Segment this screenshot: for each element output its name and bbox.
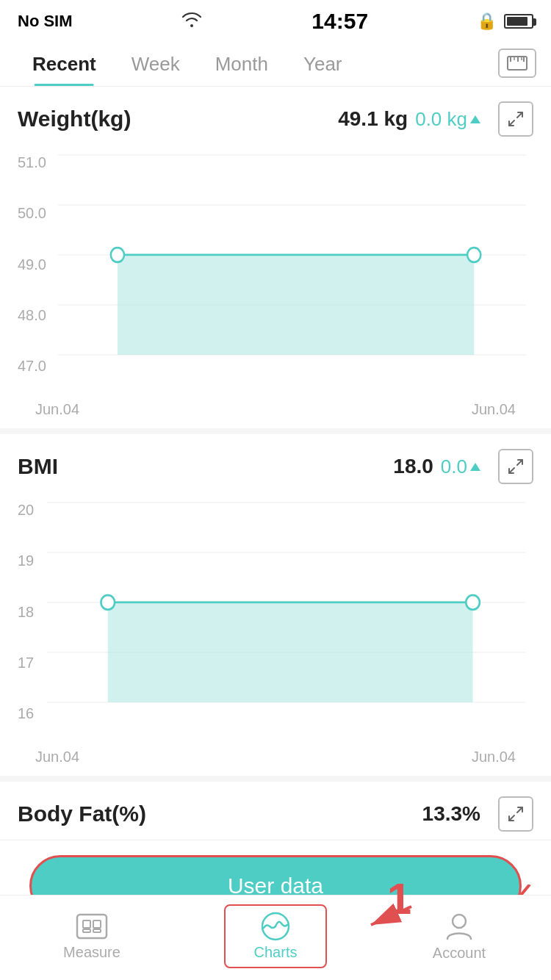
svg-point-15 [111, 248, 124, 262]
bmi-title: BMI [18, 454, 58, 479]
status-bar: No SIM 14:57 🔒 [0, 0, 551, 40]
weight-title: Weight(kg) [18, 107, 131, 131]
svg-rect-35 [83, 929, 90, 932]
svg-rect-33 [83, 920, 90, 928]
account-icon [444, 911, 474, 942]
weight-x-labels: Jun.04 Jun.04 [18, 397, 533, 428]
body-fat-section: Body Fat(%) 13.3% [0, 782, 551, 840]
nav-label-account: Account [433, 945, 486, 962]
bmi-chart-section: BMI 18.0 0.0 20 [0, 434, 551, 782]
bmi-arrow-up [470, 463, 480, 471]
body-fat-expand-button[interactable] [498, 796, 533, 832]
weight-arrow-up [470, 115, 480, 123]
weight-value-group: 49.1 kg 0.0 kg [338, 101, 533, 137]
nav-item-measure[interactable]: Measure [40, 912, 143, 961]
svg-rect-32 [77, 915, 107, 938]
expand-icon [508, 111, 524, 127]
weight-chart-section: Weight(kg) 49.1 kg 0.0 kg [0, 87, 551, 434]
bmi-expand-button[interactable] [498, 449, 533, 484]
svg-line-7 [509, 120, 514, 126]
nav-label-measure: Measure [63, 944, 120, 961]
bmi-expand-icon [508, 458, 524, 475]
nav-label-charts: Charts [254, 944, 298, 961]
svg-rect-34 [93, 920, 101, 928]
bmi-delta: 0.0 [441, 455, 480, 478]
svg-rect-36 [93, 929, 101, 932]
bmi-x-labels: Jun.04 Jun.04 [18, 744, 533, 776]
svg-line-17 [517, 460, 522, 465]
bmi-chart-svg [47, 494, 526, 744]
carrier-text: No SIM [18, 12, 73, 31]
weight-delta: 0.0 kg [415, 108, 480, 131]
svg-line-6 [517, 112, 522, 118]
svg-line-31 [509, 815, 514, 821]
tab-recent[interactable]: Recent [15, 40, 114, 86]
charts-icon [259, 912, 292, 941]
weight-chart-svg [58, 147, 526, 397]
svg-marker-24 [108, 602, 473, 702]
ruler-button[interactable] [498, 48, 536, 78]
top-tabs: Recent Week Month Year [0, 40, 551, 87]
bottom-nav: Measure Charts Account 1 [0, 895, 551, 980]
svg-line-40 [371, 907, 411, 925]
nav-item-charts[interactable]: Charts [224, 904, 327, 968]
time-display: 14:57 [311, 9, 368, 34]
bmi-chart-area: 20 19 18 17 16 [18, 494, 533, 744]
measure-icon [74, 912, 109, 941]
bmi-value-group: 18.0 0.0 [393, 449, 533, 484]
body-fat-expand-icon [508, 806, 524, 822]
nav-item-account[interactable]: Account [408, 911, 511, 962]
bmi-main-value: 18.0 [393, 455, 433, 478]
wifi-icon [181, 11, 203, 32]
body-fat-title: Body Fat(%) [18, 801, 146, 826]
weight-expand-button[interactable] [498, 101, 533, 137]
tab-year[interactable]: Year [286, 40, 360, 86]
status-right: 🔒 [477, 12, 533, 31]
svg-line-30 [517, 807, 522, 813]
weight-chart-area: 51.0 50.0 49.0 48.0 47.0 [18, 147, 533, 397]
svg-point-26 [101, 595, 115, 610]
svg-point-27 [466, 595, 480, 610]
lock-icon: 🔒 [477, 12, 497, 31]
ruler-icon [507, 56, 527, 71]
battery-icon [504, 14, 533, 29]
tab-week[interactable]: Week [114, 40, 198, 86]
body-fat-value: 13.3% [422, 802, 480, 826]
weight-main-value: 49.1 kg [338, 107, 408, 131]
svg-marker-13 [118, 255, 474, 355]
tab-month[interactable]: Month [198, 40, 286, 86]
svg-point-38 [453, 915, 466, 928]
svg-point-16 [467, 248, 480, 262]
svg-line-18 [509, 468, 514, 473]
